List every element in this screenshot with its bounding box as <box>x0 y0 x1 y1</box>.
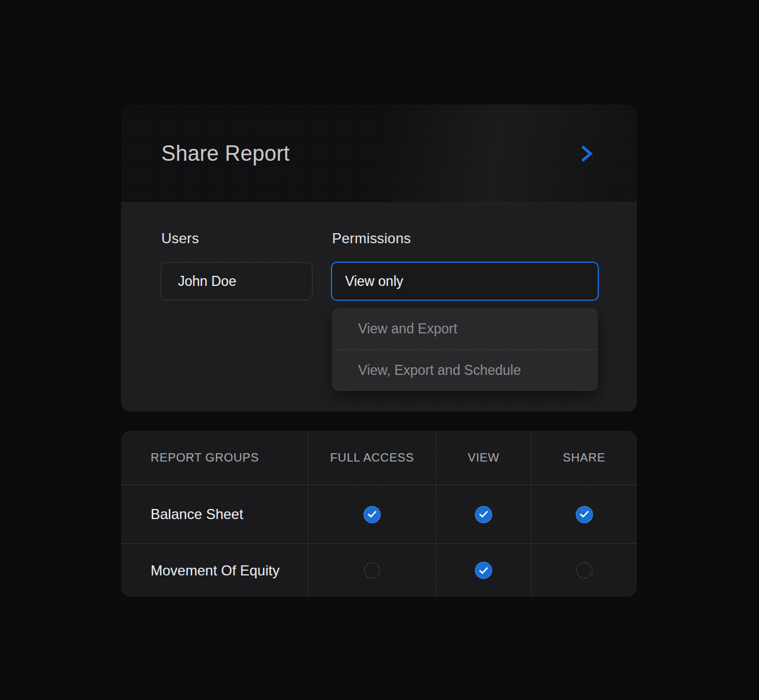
report-groups-table: REPORT GROUPS FULL ACCESS VIEW SHARE Bal… <box>121 431 637 597</box>
users-input[interactable] <box>161 262 312 300</box>
table-cell <box>436 543 531 597</box>
checkbox-movement-of-equity-full-access[interactable] <box>364 562 380 578</box>
share-report-body: Users Permissions View only View and Exp… <box>121 203 637 412</box>
table-cell <box>436 485 531 543</box>
permissions-selected-value: View only <box>345 273 403 289</box>
permissions-dropdown: View and Export View, Export and Schedul… <box>332 308 598 391</box>
table-cell <box>531 543 637 597</box>
permissions-label: Permissions <box>332 230 411 247</box>
checkbox-balance-sheet-full-access[interactable] <box>363 506 381 523</box>
chevron-right-icon <box>579 144 594 163</box>
dropdown-option-view-export-schedule[interactable]: View, Export and Schedule <box>332 349 598 391</box>
table-row-movement-of-equity-label: Movement Of Equity <box>121 543 308 597</box>
checkbox-balance-sheet-view[interactable] <box>475 506 492 523</box>
table-row-balance-sheet-label: Balance Sheet <box>121 485 308 543</box>
table-cell <box>308 485 436 543</box>
column-header-full-access: FULL ACCESS <box>308 431 436 485</box>
expand-chevron-button[interactable] <box>578 143 595 164</box>
dropdown-option-view-and-export[interactable]: View and Export <box>332 308 598 349</box>
share-report-header: Share Report <box>121 104 637 203</box>
page-title: Share Report <box>161 141 290 166</box>
checkbox-balance-sheet-share[interactable] <box>576 506 593 523</box>
table-cell <box>531 485 637 543</box>
column-header-share: SHARE <box>531 431 637 485</box>
check-icon <box>479 511 488 518</box>
users-label: Users <box>161 230 199 247</box>
check-icon <box>368 511 377 518</box>
column-header-report-groups: REPORT GROUPS <box>121 431 308 485</box>
permissions-select[interactable]: View only <box>331 262 599 301</box>
checkbox-movement-of-equity-share[interactable] <box>576 562 592 578</box>
checkbox-movement-of-equity-view[interactable] <box>475 562 492 579</box>
column-header-view: VIEW <box>436 431 531 485</box>
table-cell <box>308 543 436 597</box>
share-report-card: Share Report Users Permissions View only… <box>121 104 637 412</box>
check-icon <box>479 567 488 574</box>
check-icon <box>580 511 589 518</box>
